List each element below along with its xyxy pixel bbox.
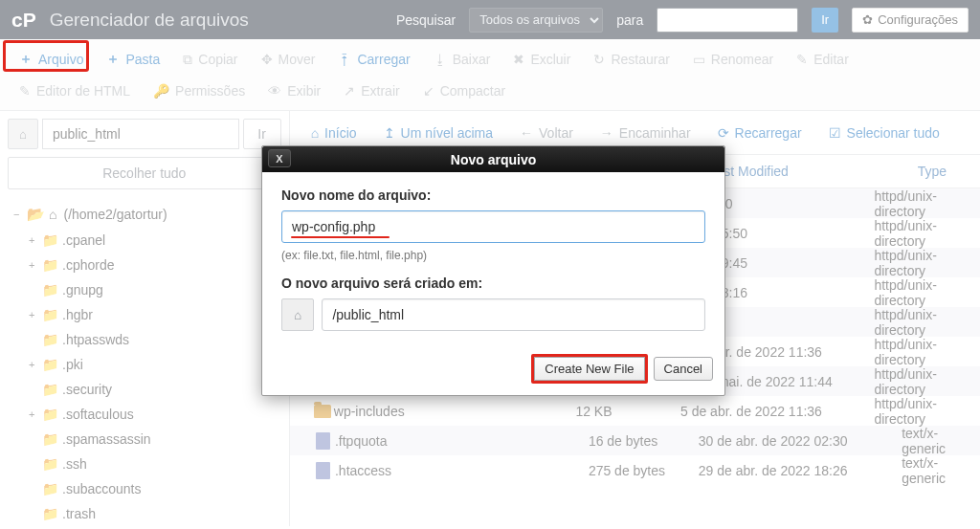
- filename-hint: (ex: file.txt, file.html, file.php): [281, 249, 705, 262]
- filename-input[interactable]: [281, 210, 705, 243]
- restore-icon: ↻: [593, 52, 605, 67]
- compress-icon: ↙: [423, 83, 434, 99]
- cancel-button[interactable]: Cancel: [654, 357, 713, 381]
- table-row[interactable]: .htaccess275 de bytes29 de abr. de 2022 …: [290, 455, 980, 485]
- location-home-button[interactable]: ⌂: [281, 298, 314, 331]
- plus-icon: ＋: [106, 51, 120, 68]
- tree-node[interactable]: 📁.trash: [0, 501, 289, 526]
- col-type[interactable]: Type: [918, 164, 947, 179]
- tree-node[interactable]: 📁.ssh: [0, 452, 289, 476]
- tree-node[interactable]: 📁.htpasswds: [0, 327, 289, 352]
- main-toolbar: ＋Arquivo ＋Pasta ⧉Copiar ✥Mover ⭱Carregar…: [0, 39, 980, 111]
- permissions-button[interactable]: 🔑Permissões: [142, 77, 256, 105]
- extract-icon: ↗: [344, 83, 355, 99]
- rename-button[interactable]: ▭Renomear: [681, 44, 785, 75]
- cpanel-logo-icon: cP: [11, 9, 36, 32]
- check-icon: ☑: [829, 125, 841, 141]
- app-header: cP Gerenciador de arquivos Pesquisar Tod…: [0, 0, 980, 39]
- nav-reload-button[interactable]: ⟳Recarregar: [704, 125, 815, 141]
- delete-button[interactable]: ✖Excluir: [501, 44, 582, 75]
- search-label: Pesquisar: [396, 12, 456, 28]
- html-icon: ✎: [19, 83, 31, 99]
- upload-button[interactable]: ⭱Carregar: [326, 44, 421, 75]
- folder-icon: [314, 405, 331, 418]
- tree-node[interactable]: 📁.gnupg: [0, 277, 289, 302]
- nav-home-button[interactable]: ⌂Início: [298, 125, 370, 141]
- restore-button[interactable]: ↻Restaurar: [582, 44, 680, 75]
- home-button[interactable]: ⌂: [8, 119, 38, 149]
- rename-icon: ▭: [693, 52, 705, 67]
- tree-node[interactable]: +📁.cphorde: [0, 253, 289, 277]
- nav-up-button[interactable]: ↥Um nível acima: [370, 125, 506, 141]
- home-icon: ⌂: [311, 125, 319, 141]
- copy-button[interactable]: ⧉Copiar: [171, 44, 249, 75]
- move-button[interactable]: ✥Mover: [250, 44, 327, 75]
- search-scope-select[interactable]: Todos os arquivos: [469, 8, 603, 33]
- close-icon: X: [276, 153, 282, 165]
- sidebar: ⌂ Ir Recolher tudo −📂⌂(/home2/gatortur)+…: [0, 111, 290, 526]
- app-title: Gerenciador de arquivos: [50, 10, 249, 31]
- tree-node[interactable]: 📁.security: [0, 377, 289, 402]
- dialog-title: Novo arquivo: [262, 152, 724, 167]
- tree-node[interactable]: 📁.subaccounts: [0, 476, 289, 501]
- key-icon: 🔑: [153, 83, 169, 99]
- upload-icon: ⭱: [338, 52, 351, 67]
- home-icon: ⌂: [294, 308, 301, 322]
- new-file-dialog: X Novo arquivo Novo nome do arquivo: (ex…: [261, 145, 725, 396]
- edit-icon: ✎: [796, 52, 808, 67]
- edit-button[interactable]: ✎Editar: [785, 44, 860, 75]
- compress-button[interactable]: ↙Compactar: [412, 77, 517, 105]
- search-go-button[interactable]: Ir: [812, 8, 838, 33]
- home-icon: ⌂: [19, 127, 27, 142]
- download-icon: ⭳: [434, 52, 447, 67]
- eye-icon: 👁: [268, 83, 281, 99]
- tree-node[interactable]: +📁.hgbr: [0, 302, 289, 327]
- tree-node[interactable]: +📁.cpanel: [0, 228, 289, 253]
- gear-icon: ✿: [862, 12, 873, 27]
- nav-forward-button[interactable]: →Encaminhar: [587, 125, 704, 141]
- move-icon: ✥: [261, 52, 273, 67]
- delete-icon: ✖: [513, 52, 524, 67]
- copy-icon: ⧉: [183, 52, 192, 68]
- file-icon: [316, 462, 330, 479]
- view-button[interactable]: 👁Exibir: [256, 77, 332, 105]
- table-row[interactable]: .ftpquota16 de bytes30 de abr. de 2022 0…: [290, 426, 980, 455]
- path-input[interactable]: [42, 119, 239, 149]
- extract-button[interactable]: ↗Extrair: [332, 77, 411, 105]
- collapse-all-button[interactable]: Recolher tudo: [8, 157, 281, 189]
- html-editor-button[interactable]: ✎Editor de HTML: [8, 77, 142, 105]
- tree-node[interactable]: +📁.softaculous: [0, 402, 289, 427]
- tree-node[interactable]: +📁.pki: [0, 352, 289, 377]
- table-row[interactable]: wp-includes12 KB5 de abr. de 2022 11:36h…: [290, 396, 980, 426]
- location-label: O novo arquivo será criado em:: [281, 276, 705, 291]
- highlight-box: Create New File: [531, 354, 647, 384]
- new-folder-button[interactable]: ＋Pasta: [95, 44, 171, 75]
- dialog-header[interactable]: X Novo arquivo: [262, 146, 724, 172]
- highlight-box: [3, 40, 89, 72]
- dialog-close-button[interactable]: X: [268, 149, 291, 167]
- tree-node[interactable]: 📁.spamassassin: [0, 427, 289, 452]
- file-icon: [316, 432, 330, 450]
- search-for-label: para: [616, 12, 643, 28]
- filename-label: Novo nome do arquivo:: [281, 187, 705, 203]
- download-button[interactable]: ⭳Baixar: [422, 44, 502, 75]
- nav-back-button[interactable]: ←Voltar: [506, 125, 587, 141]
- search-input[interactable]: [657, 8, 798, 33]
- settings-button[interactable]: ✿Configurações: [852, 8, 969, 33]
- back-icon: ←: [520, 125, 533, 141]
- location-input[interactable]: [322, 298, 705, 331]
- nav-selectall-button[interactable]: ☑Selecionar tudo: [815, 125, 953, 141]
- create-file-button[interactable]: Create New File: [534, 357, 644, 381]
- reload-icon: ⟳: [718, 125, 729, 141]
- up-icon: ↥: [384, 125, 395, 141]
- forward-icon: →: [600, 125, 613, 141]
- tree-root[interactable]: −📂⌂(/home2/gatortur): [0, 201, 289, 228]
- col-modified[interactable]: Last Modified: [709, 164, 918, 179]
- folder-tree: −📂⌂(/home2/gatortur)+📁.cpanel+📁.cphorde📁…: [0, 197, 289, 526]
